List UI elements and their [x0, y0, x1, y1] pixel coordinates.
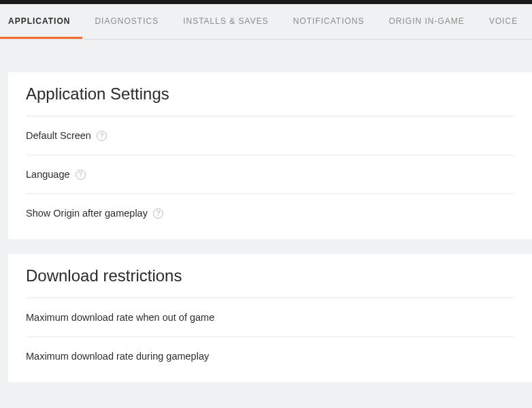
tab-voice[interactable]: VOICE: [477, 4, 530, 39]
help-icon[interactable]: ?: [97, 131, 107, 141]
setting-default-screen[interactable]: Default Screen ?: [26, 116, 514, 155]
tab-application[interactable]: APPLICATION: [0, 4, 82, 39]
tab-notifications[interactable]: NOTIFICATIONS: [281, 4, 377, 39]
setting-label: Maximum download rate during gameplay: [26, 351, 209, 362]
setting-label: Language: [26, 169, 70, 180]
help-icon[interactable]: ?: [76, 170, 86, 180]
tab-navigation: APPLICATION DIAGNOSTICS INSTALLS & SAVES…: [0, 4, 532, 40]
application-settings-panel: Application Settings Default Screen ? La…: [8, 72, 532, 239]
panel-title-application: Application Settings: [26, 84, 514, 116]
setting-language[interactable]: Language ?: [26, 155, 514, 194]
setting-show-origin-after-gameplay[interactable]: Show Origin after gameplay ?: [26, 194, 514, 232]
setting-label: Show Origin after gameplay: [26, 208, 148, 219]
setting-max-download-during-gameplay[interactable]: Maximum download rate during gameplay: [26, 337, 514, 375]
setting-label: Default Screen: [26, 130, 91, 141]
setting-max-download-out-of-game[interactable]: Maximum download rate when out of game: [26, 298, 514, 337]
panel-title-download: Download restrictions: [26, 266, 514, 298]
tab-installs-saves[interactable]: INSTALLS & SAVES: [171, 4, 281, 39]
tab-origin-in-game[interactable]: ORIGIN IN-GAME: [377, 4, 477, 39]
help-icon[interactable]: ?: [153, 208, 163, 219]
download-restrictions-panel: Download restrictions Maximum download r…: [8, 254, 532, 382]
tab-diagnostics[interactable]: DIAGNOSTICS: [82, 4, 171, 39]
settings-content: Application Settings Default Screen ? La…: [0, 40, 532, 382]
setting-label: Maximum download rate when out of game: [26, 312, 214, 323]
